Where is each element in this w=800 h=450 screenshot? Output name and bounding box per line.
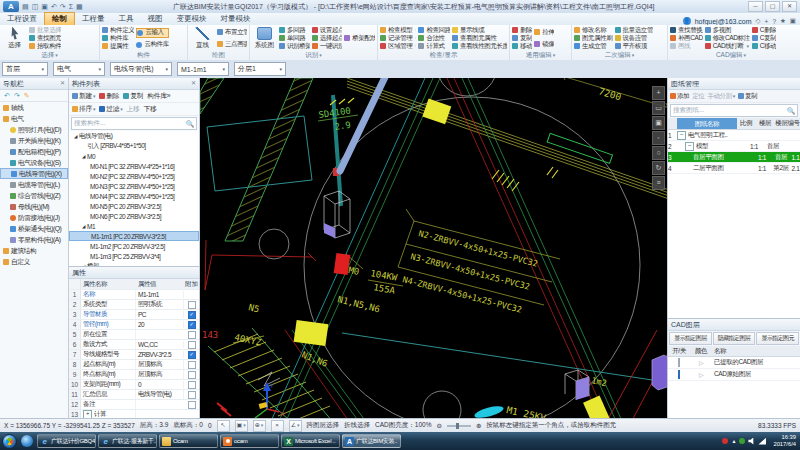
- layer-visible-checkbox[interactable]: [678, 358, 680, 367]
- property-row[interactable]: 12备注: [69, 400, 199, 410]
- nav-edit-icon[interactable]: ✎: [24, 92, 30, 100]
- component-row[interactable]: ◢M0: [69, 151, 199, 161]
- nav-item-electric-device[interactable]: 电气设备(电)(S): [0, 157, 68, 168]
- settings-icon[interactable]: +: [765, 18, 769, 25]
- system-diagram-button[interactable]: 系统图: [252, 26, 277, 50]
- view-menu-icon[interactable]: ≡: [652, 176, 665, 190]
- group-label-cad-edit[interactable]: CAD编辑: [668, 51, 794, 60]
- brightness-plus-icon[interactable]: ⊕: [476, 422, 481, 430]
- nav-undo-icon[interactable]: ↶: [4, 92, 10, 100]
- filter-button[interactable]: 过滤: [99, 104, 122, 114]
- c-move-button[interactable]: C移动: [752, 42, 777, 50]
- tab-quantity[interactable]: 工程量: [75, 13, 112, 25]
- formula-button[interactable]: 计算式: [418, 42, 449, 50]
- highlight-box[interactable]: [583, 396, 611, 418]
- attach-checkbox[interactable]: [188, 301, 196, 309]
- nav-redo-icon[interactable]: ↷: [14, 92, 20, 100]
- property-row[interactable]: 7导线规格型号ZRBVV-3*2.5: [69, 350, 199, 360]
- network-icon[interactable]: [758, 438, 766, 445]
- layer-visible-checkbox[interactable]: [678, 370, 680, 379]
- tab-view[interactable]: 视图: [141, 13, 170, 25]
- tab-draw[interactable]: 绘制: [44, 12, 75, 25]
- tab-change-module[interactable]: 变更模块: [170, 13, 214, 25]
- tab-tools[interactable]: 工具: [112, 13, 141, 25]
- extract-property-button[interactable]: 提属性: [102, 42, 134, 50]
- cloud-input-button[interactable]: 云输入: [136, 28, 168, 38]
- copy-sheet-button[interactable]: 复制: [738, 92, 757, 101]
- minimize-button[interactable]: ─: [748, 1, 763, 12]
- region-manage-button[interactable]: 区域管理: [380, 42, 416, 50]
- taskbar-item-gqi[interactable]: A广联达BIM安装..: [342, 434, 401, 448]
- snap-mode-icon[interactable]: ⊕: [253, 420, 266, 432]
- tab-compare-module[interactable]: 对量模块: [214, 13, 258, 25]
- property-row[interactable]: 10支架间距(mm)0: [69, 380, 199, 390]
- sheet-search-input[interactable]: 搜索图纸...🔍: [670, 104, 798, 117]
- one-key-identify-button[interactable]: 一键识别: [312, 42, 343, 50]
- attach-checkbox[interactable]: [188, 311, 196, 319]
- help-icon[interactable]: ?: [772, 18, 776, 25]
- view-pan-icon[interactable]: +: [652, 86, 665, 100]
- layer-color-icon[interactable]: ▷: [690, 359, 712, 366]
- nav-item-lighting[interactable]: 照明灯具(电)(D): [0, 124, 68, 135]
- slider-thumb[interactable]: [456, 423, 459, 429]
- nav-item-composite-line[interactable]: 综合管线(电)(Z): [0, 190, 68, 201]
- nav-item-lightning[interactable]: 防雷接地(电)(J): [0, 212, 68, 223]
- taskbar-item-gbq[interactable]: e广联达计价GBQ4..: [37, 434, 96, 448]
- nav-item-custom[interactable]: 自定义: [0, 256, 68, 267]
- view-element-length-button[interactable]: 查看线性图元长度: [452, 42, 507, 50]
- grid-icon[interactable]: ▦: [76, 3, 83, 11]
- nav-item-cable-conduit[interactable]: 电缆导管(电)(L): [0, 179, 68, 190]
- move-button[interactable]: 移动: [512, 42, 532, 50]
- expand-icon[interactable]: [83, 410, 92, 418]
- property-row[interactable]: 13计算: [69, 410, 199, 418]
- add-sheet-button[interactable]: 添加: [670, 92, 689, 101]
- attach-checkbox[interactable]: [188, 351, 196, 359]
- property-row[interactable]: 6敷设方式WC,CC: [69, 340, 199, 350]
- property-row[interactable]: 11汇总信息电线导管(电): [69, 390, 199, 400]
- undo-icon[interactable]: ↶: [51, 3, 57, 11]
- view-extents-icon[interactable]: ▣: [652, 116, 665, 130]
- cad-canvas[interactable]: X Y 7200 SD4100 2.9 N2-ZRBVV-4x50+1x25-P…: [200, 78, 667, 418]
- component-row[interactable]: ◢M1: [69, 221, 199, 231]
- nav-item-tray-joint[interactable]: 桥架通头(电)(Q): [0, 223, 68, 234]
- group-label-general-edit[interactable]: 通用编辑: [510, 51, 571, 60]
- nav-item-switch-socket[interactable]: 开关插座(电)(K): [0, 135, 68, 146]
- component-row[interactable]: ◢电线导管(电): [69, 131, 199, 141]
- cancel-icon[interactable]: ×: [271, 420, 284, 432]
- layer-row[interactable]: ▷ 已提取的CAD图层: [668, 357, 800, 369]
- volume-icon[interactable]: [748, 438, 755, 445]
- align-slab-top-button[interactable]: 平齐板顶: [615, 42, 654, 50]
- component-type-select[interactable]: 电线导管(电): [110, 62, 172, 76]
- cloud-library-button[interactable]: 云构件库: [136, 41, 168, 49]
- layer-row[interactable]: ▷ CAD原始图层: [668, 369, 800, 381]
- sort-button[interactable]: 排序: [72, 104, 95, 114]
- app-logo[interactable]: A: [3, 1, 19, 12]
- pick-mode-icon[interactable]: ↖: [217, 420, 230, 432]
- attach-checkbox[interactable]: [188, 371, 196, 379]
- property-row[interactable]: 8起点标高(m)层顶标高: [69, 360, 199, 370]
- attach-checkbox[interactable]: [188, 401, 196, 409]
- group-label-secondary-edit[interactable]: 二次编辑: [572, 51, 667, 60]
- skin-icon[interactable]: ▣: [790, 17, 796, 25]
- property-row[interactable]: 3导管材质PC: [69, 310, 199, 320]
- locate-sheet-button[interactable]: 定位: [692, 92, 704, 101]
- property-row[interactable]: 5所在位置: [69, 330, 199, 340]
- nav-close-icon[interactable]: ✕: [60, 78, 65, 89]
- brightness-minus-icon[interactable]: ⊖: [436, 422, 441, 430]
- property-row[interactable]: 2系统类型照明系统: [69, 300, 199, 310]
- stretch-button[interactable]: 拉伸: [534, 28, 554, 36]
- attach-checkbox[interactable]: [188, 331, 196, 339]
- attach-checkbox[interactable]: [188, 361, 196, 369]
- mirror-button[interactable]: 镜像: [534, 40, 554, 48]
- highlight-box[interactable]: [422, 99, 451, 125]
- sheet-row[interactable]: 2 模型 1:1首层: [668, 141, 800, 152]
- view-circle-icon[interactable]: ○: [652, 146, 665, 160]
- layer-color-icon[interactable]: ▷: [690, 371, 712, 378]
- nav-item-distribution-box[interactable]: 配电箱柜(电)(P): [0, 146, 68, 157]
- nav-item-wire-conduit[interactable]: 电线导管(电)(X): [0, 168, 68, 179]
- component-row[interactable]: M0-N2 [PC 32 ZRBVV-4*50+1*25]: [69, 171, 199, 181]
- hide-layer-button[interactable]: 隐藏指定图层: [713, 332, 756, 345]
- property-row[interactable]: 1名称M1-1m1: [69, 290, 199, 300]
- copy-component-button[interactable]: 复制: [123, 91, 143, 101]
- tray-expand-icon[interactable]: ▲: [731, 438, 736, 444]
